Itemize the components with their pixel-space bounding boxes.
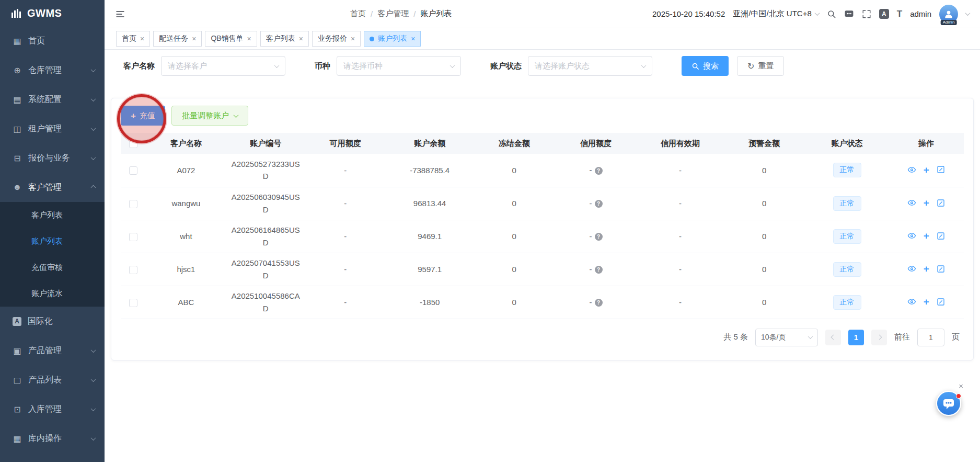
currency-filter-group: 币种 请选择币种 <box>315 56 461 76</box>
tab-delivery-tasks[interactable]: 配送任务 × <box>153 31 202 47</box>
account-status-select[interactable]: 请选择账户状态 <box>528 56 652 76</box>
edit-icon[interactable] <box>937 199 945 207</box>
tab-qb-sales-order[interactable]: QB销售单 × <box>205 31 257 47</box>
page-size-select[interactable]: 10条/页 <box>755 329 818 346</box>
person-icon: ☻ <box>13 183 22 192</box>
hamburger-icon <box>115 9 125 19</box>
sidebar-item-product-list[interactable]: ▢ 产品列表 <box>0 365 105 395</box>
col-available-credit: 可用额度 <box>305 133 385 154</box>
app-logo[interactable]: GWMS <box>0 0 105 26</box>
search-button[interactable]: 搜索 <box>682 56 729 76</box>
avatar[interactable]: Admin <box>939 5 958 24</box>
tab-home[interactable]: 首页 × <box>116 31 150 47</box>
col-credit-validity: 信用有效期 <box>638 133 723 154</box>
view-icon[interactable] <box>907 231 916 240</box>
close-icon[interactable]: × <box>299 35 303 42</box>
goto-label: 前往 <box>894 332 910 342</box>
message-icon[interactable] <box>844 9 854 19</box>
add-icon[interactable]: + <box>924 165 929 175</box>
chevron-up-icon <box>91 185 96 190</box>
edit-icon[interactable] <box>937 298 945 306</box>
font-size-icon[interactable]: T <box>897 9 902 19</box>
pagination-bar: 共 5 条 10条/页 1 前往 页 <box>121 319 964 357</box>
sidebar-item-home[interactable]: ▦ 首页 <box>0 26 105 55</box>
sidebar-item-warehouse-mgmt[interactable]: ⊕ 仓库管理 <box>0 55 105 85</box>
fullscreen-icon[interactable] <box>862 9 871 19</box>
close-icon[interactable]: × <box>411 35 415 42</box>
cell-account: A202506030945USD <box>226 187 305 220</box>
cell-warning: 0 <box>723 253 805 286</box>
sidebar-item-product-mgmt[interactable]: ▣ 产品管理 <box>0 336 105 365</box>
timezone-select[interactable]: 亚洲/中国/北京 UTC+8 <box>733 9 818 19</box>
row-checkbox[interactable] <box>129 266 137 274</box>
goto-page-input[interactable] <box>917 329 944 346</box>
sidebar-subitem-account-flow[interactable]: 账户流水 <box>0 280 105 307</box>
close-icon[interactable]: × <box>351 35 355 42</box>
sidebar-subitem-account-list[interactable]: 账户列表 <box>0 228 105 254</box>
question-icon[interactable]: ? <box>595 200 603 208</box>
row-checkbox[interactable] <box>129 200 137 208</box>
batch-adjust-button[interactable]: 批量调整账户 <box>171 106 248 126</box>
accounts-table: 客户名称 账户编号 可用额度 账户余额 冻结金额 信用额度 信用有效期 预警金额… <box>121 133 964 319</box>
breadcrumb-section[interactable]: 客户管理 <box>377 9 409 19</box>
tab-customer-list[interactable]: 客户列表 × <box>260 31 309 47</box>
app-root: GWMS ▦ 首页 ⊕ 仓库管理 ▤ 系统配置 ◫ 租户管理 <box>0 0 980 462</box>
breadcrumb-home[interactable]: 首页 <box>350 9 366 19</box>
prev-page-button[interactable] <box>825 330 841 345</box>
question-icon[interactable]: ? <box>595 233 603 241</box>
row-checkbox[interactable] <box>129 233 137 241</box>
question-icon[interactable]: ? <box>595 266 603 274</box>
sidebar-item-partial[interactable]: ▤ <box>0 453 105 462</box>
add-icon[interactable]: + <box>924 198 929 208</box>
close-icon[interactable]: × <box>192 35 196 42</box>
sidebar-item-system-config[interactable]: ▤ 系统配置 <box>0 85 105 114</box>
tab-bar: 首页 × 配送任务 × QB销售单 × 客户列表 × 业务报价 × 账户列表 <box>105 28 980 50</box>
sidebar-item-inbound-mgmt[interactable]: ⊡ 入库管理 <box>0 395 105 424</box>
cell-frozen: 0 <box>474 187 554 220</box>
view-icon[interactable] <box>907 198 916 207</box>
sidebar-item-tenant-mgmt[interactable]: ◫ 租户管理 <box>0 114 105 143</box>
chevron-down-icon <box>91 67 96 72</box>
sidebar-item-warehouse-ops[interactable]: ▦ 库内操作 <box>0 424 105 453</box>
cell-customer: hjsc1 <box>146 253 226 286</box>
view-icon[interactable] <box>907 165 916 174</box>
currency-select[interactable]: 请选择币种 <box>337 56 461 76</box>
customer-select[interactable]: 请选择客户 <box>161 56 285 76</box>
chevron-down-icon <box>274 63 280 68</box>
next-page-button[interactable] <box>871 330 887 345</box>
tab-account-list[interactable]: 账户列表 × <box>364 31 421 47</box>
chat-close-icon[interactable]: × <box>959 382 963 390</box>
sidebar-item-customer-mgmt[interactable]: ☻ 客户管理 <box>0 173 105 202</box>
row-checkbox[interactable] <box>129 166 137 175</box>
reset-button[interactable]: ↻ 重置 <box>737 56 784 76</box>
add-icon[interactable]: + <box>924 297 929 307</box>
close-icon[interactable]: × <box>140 35 144 42</box>
close-icon[interactable]: × <box>247 35 251 42</box>
sidebar-item-i18n[interactable]: A 国际化 <box>0 307 105 336</box>
translate-icon[interactable]: A <box>879 9 889 19</box>
recharge-button[interactable]: + 充值 <box>121 106 165 126</box>
cell-credit: -? <box>554 253 638 286</box>
edit-icon[interactable] <box>937 232 945 240</box>
search-icon[interactable] <box>827 9 836 19</box>
tab-business-quote[interactable]: 业务报价 × <box>312 31 361 47</box>
add-icon[interactable]: + <box>924 264 929 274</box>
row-checkbox[interactable] <box>129 299 137 307</box>
view-icon[interactable] <box>907 297 916 306</box>
edit-icon[interactable] <box>937 265 945 273</box>
sidebar-toggle-button[interactable] <box>115 9 125 19</box>
page-number-button[interactable]: 1 <box>848 330 864 345</box>
sidebar: GWMS ▦ 首页 ⊕ 仓库管理 ▤ 系统配置 ◫ 租户管理 <box>0 0 105 462</box>
chevron-down-icon[interactable] <box>965 10 971 16</box>
question-icon[interactable]: ? <box>595 167 603 175</box>
cell-status: 正常 <box>805 154 888 187</box>
content-card: + 充值 批量调整账户 客户名称 <box>111 98 974 360</box>
edit-icon[interactable] <box>937 165 945 174</box>
view-icon[interactable] <box>907 264 916 273</box>
sidebar-item-quotes-business[interactable]: ⊟ 报价与业务 <box>0 143 105 173</box>
add-icon[interactable]: + <box>924 231 929 241</box>
sidebar-subitem-recharge-review[interactable]: 充值审核 <box>0 254 105 280</box>
question-icon[interactable]: ? <box>595 299 603 307</box>
sidebar-subitem-customer-list[interactable]: 客户列表 <box>0 202 105 228</box>
select-all-checkbox[interactable] <box>129 140 137 148</box>
